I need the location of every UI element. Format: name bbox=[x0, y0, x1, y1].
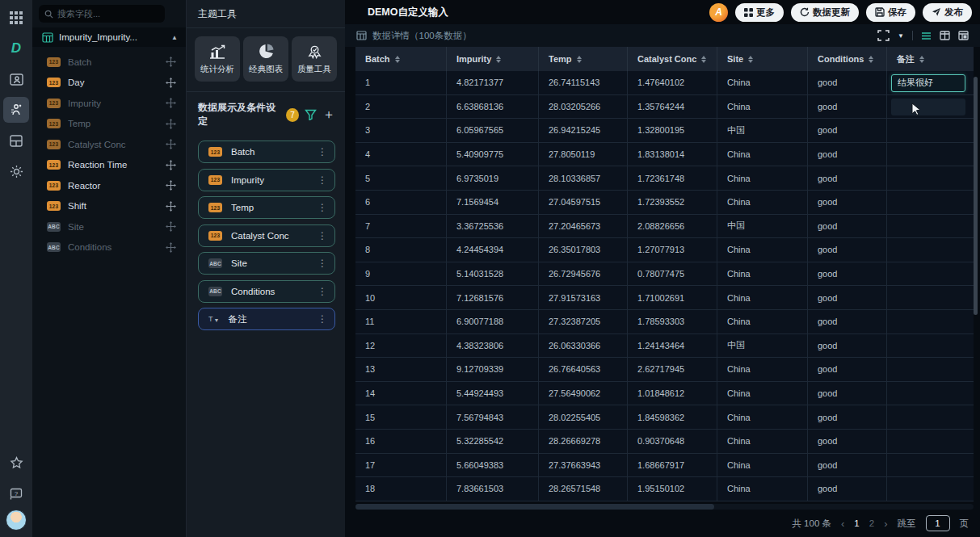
column-header-catalyst-conc[interactable]: Catalyst Conc bbox=[628, 47, 717, 71]
drag-handle-icon[interactable] bbox=[166, 242, 176, 253]
dataset-header[interactable]: Impurity_Impurity... ▲ bbox=[32, 27, 186, 47]
field-item-shift[interactable]: 123Shift bbox=[32, 196, 186, 217]
page-number-1[interactable]: 1 bbox=[854, 518, 859, 528]
field-item-site[interactable]: ABCSite bbox=[32, 216, 186, 237]
column-view-icon[interactable] bbox=[940, 31, 950, 40]
apps-grid-icon[interactable] bbox=[3, 5, 29, 31]
sort-icon[interactable] bbox=[701, 56, 706, 63]
note-cell[interactable] bbox=[887, 405, 974, 429]
logo-d-icon[interactable]: D bbox=[3, 36, 29, 61]
note-cell-hover[interactable] bbox=[891, 99, 965, 115]
column-header-temp[interactable]: Temp bbox=[539, 47, 628, 71]
note-cell[interactable] bbox=[887, 382, 974, 405]
note-cell[interactable] bbox=[887, 454, 974, 477]
note-cell[interactable] bbox=[887, 286, 974, 309]
note-cell[interactable] bbox=[887, 119, 974, 142]
list-view-icon[interactable] bbox=[921, 31, 932, 40]
sort-icon[interactable] bbox=[577, 56, 582, 63]
condition-chip-batch[interactable]: 123Batch⋮ bbox=[198, 141, 335, 163]
drag-handle-icon[interactable] bbox=[166, 221, 176, 232]
quality-tools-button[interactable]: 质量工具 bbox=[292, 36, 337, 82]
field-item-reaction-time[interactable]: 123Reaction Time bbox=[32, 155, 186, 176]
save-button[interactable]: 保存 bbox=[866, 3, 915, 22]
prev-page-button[interactable]: ‹ bbox=[841, 518, 844, 530]
user-avatar[interactable] bbox=[6, 510, 27, 531]
chip-menu-icon[interactable]: ⋮ bbox=[318, 258, 327, 269]
sort-icon[interactable] bbox=[496, 56, 501, 63]
chip-menu-icon[interactable]: ⋮ bbox=[318, 174, 327, 186]
note-cell[interactable] bbox=[887, 166, 974, 190]
note-cell[interactable] bbox=[887, 191, 974, 214]
drag-handle-icon[interactable] bbox=[166, 139, 176, 149]
more-button[interactable]: 更多 bbox=[735, 3, 784, 22]
note-cell[interactable] bbox=[887, 143, 974, 166]
data-refresh-button[interactable]: 数据更新 bbox=[791, 3, 859, 22]
field-item-impurity[interactable]: 123Impurity bbox=[32, 93, 186, 114]
field-item-reactor[interactable]: 123Reactor bbox=[32, 175, 186, 196]
sort-icon[interactable] bbox=[395, 56, 400, 63]
stats-analysis-button[interactable]: 统计分析 bbox=[195, 36, 240, 82]
sort-icon[interactable] bbox=[748, 56, 753, 63]
note-cell[interactable] bbox=[887, 71, 974, 94]
layout-panel-icon[interactable] bbox=[3, 128, 29, 153]
drag-handle-icon[interactable] bbox=[166, 119, 176, 129]
classic-charts-button[interactable]: 经典图表 bbox=[243, 36, 288, 82]
page-number-2[interactable]: 2 bbox=[869, 518, 874, 528]
column-header-备注[interactable]: 备注 bbox=[887, 47, 974, 71]
next-page-button[interactable]: › bbox=[884, 518, 887, 530]
chip-menu-icon[interactable]: ⋮ bbox=[318, 202, 327, 213]
collapse-caret-icon[interactable]: ▲ bbox=[171, 34, 178, 41]
note-cell[interactable] bbox=[887, 358, 974, 381]
fit-view-caret-icon[interactable]: ▼ bbox=[898, 32, 904, 40]
field-item-batch[interactable]: 123Batch bbox=[32, 52, 186, 73]
search-input[interactable] bbox=[57, 9, 146, 19]
condition-chip-备注[interactable]: T▼备注⋮ bbox=[198, 308, 335, 330]
condition-chip-site[interactable]: ABCSite⋮ bbox=[198, 252, 335, 275]
note-cell[interactable] bbox=[887, 334, 974, 358]
field-item-catalyst-conc[interactable]: 123Catalyst Conc bbox=[32, 134, 186, 155]
condition-chip-temp[interactable]: 123Temp⋮ bbox=[198, 196, 335, 219]
table-view-icon[interactable] bbox=[958, 31, 969, 40]
condition-chip-conditions[interactable]: ABCConditions⋮ bbox=[198, 280, 335, 303]
drag-handle-icon[interactable] bbox=[166, 201, 176, 212]
field-item-conditions[interactable]: ABCConditions bbox=[32, 237, 186, 258]
note-cell[interactable] bbox=[887, 430, 974, 453]
column-header-batch[interactable]: Batch bbox=[355, 47, 447, 71]
analysis-icon[interactable] bbox=[3, 97, 29, 123]
note-cell[interactable] bbox=[887, 310, 974, 334]
vertical-scrollbar[interactable] bbox=[974, 77, 978, 315]
drag-handle-icon[interactable] bbox=[166, 78, 176, 88]
chip-menu-icon[interactable]: ⋮ bbox=[318, 146, 327, 157]
condition-chip-impurity[interactable]: 123Impurity⋮ bbox=[198, 169, 335, 191]
add-field-icon[interactable]: ＋ bbox=[322, 108, 335, 121]
drag-handle-icon[interactable] bbox=[166, 180, 176, 191]
chip-menu-icon[interactable]: ⋮ bbox=[318, 230, 327, 241]
field-item-temp[interactable]: 123Temp bbox=[32, 114, 186, 135]
column-header-site[interactable]: Site bbox=[717, 47, 808, 71]
drag-handle-icon[interactable] bbox=[166, 160, 176, 170]
jump-page-input[interactable] bbox=[926, 515, 950, 531]
publish-button[interactable]: 发布 bbox=[923, 3, 972, 22]
sort-icon[interactable] bbox=[869, 56, 873, 63]
workspace-icon[interactable] bbox=[3, 66, 29, 92]
sort-icon[interactable] bbox=[919, 56, 924, 63]
column-header-impurity[interactable]: Impurity bbox=[447, 47, 539, 71]
column-header-conditions[interactable]: Conditions bbox=[808, 47, 887, 71]
filter-icon[interactable] bbox=[305, 109, 317, 120]
fit-view-icon[interactable] bbox=[877, 30, 890, 41]
horizontal-scrollbar[interactable] bbox=[355, 504, 974, 510]
star-icon[interactable] bbox=[3, 450, 29, 476]
condition-chip-catalyst-conc[interactable]: 123Catalyst Conc⋮ bbox=[198, 224, 335, 247]
note-cell[interactable] bbox=[887, 215, 974, 238]
note-cell[interactable] bbox=[887, 95, 974, 119]
note-cell[interactable] bbox=[887, 262, 974, 286]
drag-handle-icon[interactable] bbox=[166, 57, 176, 67]
chip-menu-icon[interactable]: ⋮ bbox=[318, 286, 327, 297]
chip-menu-icon[interactable]: ⋮ bbox=[318, 313, 327, 325]
drag-handle-icon[interactable] bbox=[166, 98, 176, 108]
note-cell[interactable] bbox=[887, 238, 974, 262]
settings-gear-icon[interactable] bbox=[3, 158, 29, 184]
note-input[interactable] bbox=[891, 74, 965, 92]
field-search[interactable] bbox=[39, 5, 165, 23]
hscroll-thumb[interactable] bbox=[355, 504, 714, 510]
